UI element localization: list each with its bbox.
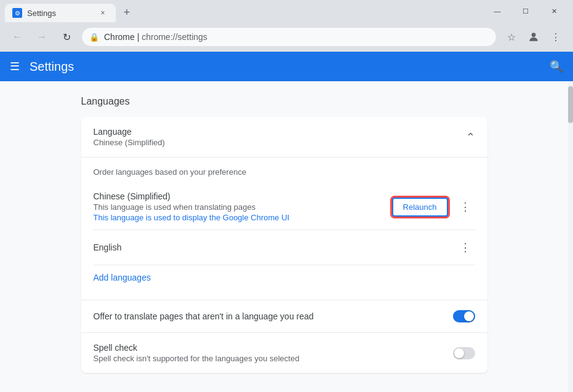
tab-title: Settings: [27, 9, 92, 18]
section-title: Languages: [81, 96, 487, 107]
scrollbar-track[interactable]: [568, 81, 573, 392]
downloads-title: Downloads: [81, 383, 487, 392]
hamburger-icon[interactable]: ☰: [10, 60, 20, 73]
relaunch-button[interactable]: Relaunch: [392, 198, 448, 217]
languages-section: Languages Language Chinese (Simplified) …: [69, 96, 500, 392]
language-item-chinese: Chinese (Simplified) This language is us…: [94, 184, 475, 230]
maximize-button[interactable]: ☐: [511, 0, 540, 22]
lang-name-chinese: Chinese (Simplified): [94, 191, 392, 201]
window-controls: — ☐ ✕: [483, 0, 568, 22]
scroll-area[interactable]: Languages Language Chinese (Simplified) …: [0, 81, 568, 392]
tab-area: ⚙ Settings × +: [5, 0, 483, 22]
search-icon[interactable]: 🔍: [550, 60, 563, 73]
chevron-up-icon: ⌃: [466, 130, 475, 144]
omnibox-domain: Chrome: [104, 32, 135, 42]
address-bar: ← → ↻ 🔒 Chrome | chrome://settings ☆ ⋮: [0, 22, 573, 52]
translate-setting-label: Offer to translate pages that aren't in …: [94, 311, 453, 321]
relaunch-wrapper: Relaunch ⋮: [392, 197, 475, 217]
lock-icon: 🔒: [89, 33, 99, 42]
language-item-english: English ⋮: [94, 230, 475, 265]
back-button[interactable]: ←: [7, 27, 27, 47]
chinese-more-button[interactable]: ⋮: [455, 197, 475, 217]
profile-button[interactable]: [524, 27, 543, 47]
minimize-button[interactable]: —: [483, 0, 511, 22]
omnibox-url: chrome://settings: [142, 32, 207, 42]
omnibox-text: Chrome | chrome://settings: [104, 32, 489, 42]
new-tab-button[interactable]: +: [118, 4, 135, 21]
settings-tab[interactable]: ⚙ Settings ×: [5, 4, 116, 22]
tab-favicon: ⚙: [12, 8, 22, 18]
lang-name-english: English: [94, 242, 455, 252]
spellcheck-setting-label: Spell check: [94, 343, 453, 353]
close-button[interactable]: ✕: [540, 0, 568, 22]
spellcheck-toggle[interactable]: [453, 347, 475, 359]
bookmark-button[interactable]: ☆: [502, 27, 521, 47]
scrollbar-thumb[interactable]: [568, 86, 573, 123]
address-actions: ☆ ⋮: [502, 27, 566, 47]
add-languages-link[interactable]: Add languages: [94, 265, 475, 290]
card-header[interactable]: Language Chinese (Simplified) ⌃: [81, 117, 487, 158]
translate-setting-info: Offer to translate pages that aren't in …: [94, 311, 453, 321]
english-more-button[interactable]: ⋮: [455, 238, 475, 257]
translate-setting-row: Offer to translate pages that aren't in …: [81, 300, 487, 332]
lang-info-english: English: [94, 242, 455, 252]
card-header-label: Language: [94, 127, 466, 137]
lang-info-chinese: Chinese (Simplified) This language is us…: [94, 191, 392, 222]
card-header-text: Language Chinese (Simplified): [94, 127, 466, 147]
omnibox[interactable]: 🔒 Chrome | chrome://settings: [81, 27, 497, 47]
tab-close-button[interactable]: ×: [97, 7, 108, 18]
card-header-subtitle: Chinese (Simplified): [94, 138, 466, 147]
app-header: ☰ Settings 🔍: [0, 52, 573, 81]
spellcheck-setting-row: Spell check Spell check isn't supported …: [81, 332, 487, 373]
spellcheck-setting-info: Spell check Spell check isn't supported …: [94, 343, 453, 363]
reload-button[interactable]: ↻: [57, 27, 76, 47]
lang-ui-text-chinese: This language is used to display the Goo…: [94, 213, 392, 222]
languages-card: Language Chinese (Simplified) ⌃ Order la…: [81, 117, 487, 373]
app-title: Settings: [30, 60, 540, 74]
svg-point-0: [532, 33, 536, 37]
chrome-menu-button[interactable]: ⋮: [546, 27, 566, 47]
spellcheck-setting-sublabel: Spell check isn't supported for the lang…: [94, 354, 453, 363]
forward-button[interactable]: →: [32, 27, 52, 47]
lang-desc-chinese: This language is used when translating p…: [94, 202, 392, 212]
translate-toggle[interactable]: [453, 310, 475, 322]
main-content: Languages Language Chinese (Simplified) …: [0, 81, 573, 392]
title-bar: ⚙ Settings × + — ☐ ✕: [0, 0, 573, 22]
order-languages-title: Order languages based on your preference: [94, 167, 475, 177]
card-body: Order languages based on your preference…: [81, 158, 487, 300]
